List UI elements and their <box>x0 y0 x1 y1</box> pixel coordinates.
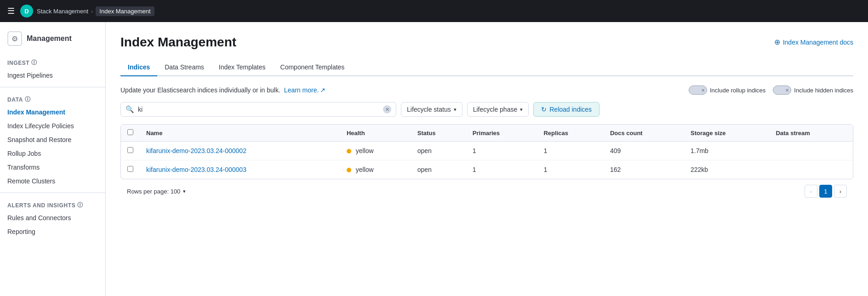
cell-data-stream-1 <box>769 160 853 179</box>
rollup-toggle[interactable]: ✕ <box>689 85 707 95</box>
toggle-x-icon: ✕ <box>701 88 705 93</box>
main-content: Index Management ⊕ Index Management docs… <box>106 22 868 296</box>
health-dot-0 <box>347 149 351 154</box>
sidebar-item-remote-clusters[interactable]: Remote Clusters <box>0 174 105 188</box>
sidebar-divider-1 <box>0 87 105 87</box>
toggle-x-icon-2: ✕ <box>785 88 789 93</box>
sidebar-item-transforms[interactable]: Transforms <box>0 160 105 174</box>
search-input[interactable] <box>138 106 379 113</box>
table-row: kifarunix-demo-2023.03.24-000002 yellow … <box>121 142 853 160</box>
rollup-toggle-group: ✕ Include rollup indices <box>689 85 765 95</box>
row-checkbox-cell <box>121 142 140 160</box>
sidebar-item-snapshot-restore[interactable]: Snapshot and Restore <box>0 133 105 147</box>
lifecycle-status-label: Lifecycle status <box>407 106 451 113</box>
search-box: 🔍 ✕ <box>120 102 396 117</box>
reload-btn-label: Reload indices <box>549 106 592 113</box>
col-header-replicas: Replicas <box>537 125 603 142</box>
docs-link-label: Index Management docs <box>783 39 853 46</box>
sidebar-item-ingest-pipelines[interactable]: Ingest Pipelines <box>0 68 105 82</box>
tab-data-streams[interactable]: Data Streams <box>157 59 211 76</box>
user-avatar[interactable]: D <box>20 5 33 17</box>
indices-table-element: Name Health Status Primaries Replicas Do… <box>121 125 853 179</box>
breadcrumb-separator: › <box>91 8 93 15</box>
prev-page-button[interactable]: ‹ <box>805 185 817 198</box>
chevron-down-icon-2: ▾ <box>520 107 523 113</box>
breadcrumb-index-management: Index Management <box>96 6 154 16</box>
sidebar-header: ⚙ Management <box>0 31 105 55</box>
sidebar-section-data: Data ⓘ <box>0 92 105 105</box>
sidebar-item-reporting[interactable]: Reporting <box>0 225 105 239</box>
rows-per-page-selector[interactable]: Rows per page: 100 ▾ <box>127 188 186 195</box>
reload-icon: ↻ <box>541 106 547 113</box>
cell-storage-size-1: 222kb <box>684 160 769 179</box>
sidebar-section-alerts: Alerts and Insights ⓘ <box>0 198 105 211</box>
menu-button[interactable]: ☰ <box>6 4 17 18</box>
select-all-header <box>121 125 140 142</box>
rollup-toggle-label: Include rollup indices <box>710 87 765 94</box>
table-row: kifarunix-demo-2023.03.24-000003 yellow … <box>121 160 853 179</box>
tab-bar: Indices Data Streams Index Templates Com… <box>120 59 853 76</box>
tab-component-templates[interactable]: Component Templates <box>273 59 352 76</box>
col-header-primaries: Primaries <box>466 125 537 142</box>
toolbar-toggles: ✕ Include rollup indices ✕ Include hidde… <box>689 85 853 95</box>
page-header: Index Management ⊕ Index Management docs <box>120 35 853 50</box>
cell-storage-size-0: 1.7mb <box>684 142 769 160</box>
chevron-down-icon: ▾ <box>454 107 457 113</box>
tab-indices[interactable]: Indices <box>120 59 157 76</box>
topbar: ☰ D Stack Management › Index Management <box>0 0 868 22</box>
sidebar-section-ingest: Ingest ⓘ <box>0 55 105 68</box>
main-layout: ⚙ Management Ingest ⓘ Ingest Pipelines D… <box>0 22 868 296</box>
lifecycle-status-dropdown[interactable]: Lifecycle status ▾ <box>401 102 463 117</box>
sidebar-item-rollup-jobs[interactable]: Rollup Jobs <box>0 147 105 160</box>
select-all-checkbox[interactable] <box>127 129 133 135</box>
lifecycle-phase-label: Lifecycle phase <box>473 106 518 113</box>
tab-index-templates[interactable]: Index Templates <box>211 59 273 76</box>
row-checkbox-cell <box>121 160 140 179</box>
description-text: Update your Elasticsearch indices indivi… <box>120 86 280 94</box>
toolbar-description: Update your Elasticsearch indices indivi… <box>120 86 326 94</box>
clear-search-button[interactable]: ✕ <box>383 105 391 114</box>
cell-docs-count-1: 162 <box>604 160 684 179</box>
pagination-controls: ‹ 1 › <box>805 185 847 198</box>
search-icon: 🔍 <box>126 105 134 114</box>
col-header-docs-count: Docs count <box>604 125 684 142</box>
learn-more-link[interactable]: Learn more. ↗ <box>284 86 326 94</box>
index-name-link-0[interactable]: kifarunix-demo-2023.03.24-000002 <box>146 147 246 154</box>
cell-name-1: kifarunix-demo-2023.03.24-000003 <box>140 160 340 179</box>
health-label-1: yellow <box>356 166 374 173</box>
indices-table: Name Health Status Primaries Replicas Do… <box>120 124 853 179</box>
next-page-button[interactable]: › <box>834 185 847 198</box>
cell-status-0: open <box>411 142 466 160</box>
sidebar-title: Management <box>27 34 72 43</box>
sidebar-item-rules-connectors[interactable]: Rules and Connectors <box>0 211 105 225</box>
col-header-health: Health <box>340 125 411 142</box>
cell-docs-count-0: 409 <box>604 142 684 160</box>
gear-icon: ⚙ <box>7 31 22 46</box>
reload-indices-button[interactable]: ↻ Reload indices <box>533 102 600 117</box>
cell-primaries-0: 1 <box>466 142 537 160</box>
table-header-row: Name Health Status Primaries Replicas Do… <box>121 125 853 142</box>
table-footer: Rows per page: 100 ▾ ‹ 1 › <box>120 179 853 198</box>
info-icon-data: ⓘ <box>25 96 31 103</box>
info-icon-ingest: ⓘ <box>31 59 37 67</box>
col-header-name: Name <box>140 125 340 142</box>
health-dot-1 <box>347 168 351 172</box>
col-header-status: Status <box>411 125 466 142</box>
health-label-0: yellow <box>356 147 374 154</box>
row-checkbox-0[interactable] <box>127 147 133 153</box>
cell-status-1: open <box>411 160 466 179</box>
lifecycle-phase-dropdown[interactable]: Lifecycle phase ▾ <box>467 102 529 117</box>
index-name-link-1[interactable]: kifarunix-demo-2023.03.24-000003 <box>146 166 246 173</box>
cell-data-stream-0 <box>769 142 853 160</box>
rows-per-page-chevron: ▾ <box>183 188 186 194</box>
breadcrumb-stack-management[interactable]: Stack Management <box>37 8 88 15</box>
cell-primaries-1: 1 <box>466 160 537 179</box>
row-checkbox-1[interactable] <box>127 166 133 172</box>
col-header-storage-size: Storage size <box>684 125 769 142</box>
docs-link[interactable]: ⊕ Index Management docs <box>774 35 853 46</box>
sidebar-item-index-management[interactable]: Index Management <box>0 105 105 119</box>
hidden-toggle[interactable]: ✕ <box>773 85 791 95</box>
sidebar-item-index-lifecycle-policies[interactable]: Index Lifecycle Policies <box>0 119 105 133</box>
page-1-button[interactable]: 1 <box>819 185 832 198</box>
info-icon-alerts: ⓘ <box>77 201 83 209</box>
